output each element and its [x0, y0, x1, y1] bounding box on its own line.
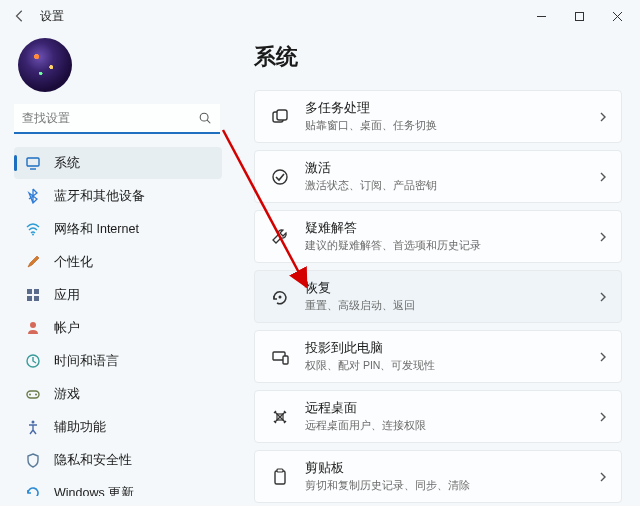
search-box[interactable] — [14, 104, 220, 134]
svg-rect-2 — [27, 158, 39, 166]
card-title: 剪贴板 — [305, 460, 597, 477]
svg-rect-20 — [277, 414, 283, 420]
clipboard-icon — [269, 466, 291, 488]
update-icon — [24, 484, 42, 496]
card-title: 激活 — [305, 160, 597, 177]
card-title: 多任务处理 — [305, 100, 597, 117]
svg-point-17 — [279, 295, 282, 298]
chevron-right-icon — [597, 411, 609, 423]
check-icon — [269, 166, 291, 188]
chevron-right-icon — [597, 231, 609, 243]
avatar[interactable] — [18, 38, 72, 92]
search-input[interactable] — [14, 104, 220, 134]
game-icon — [24, 385, 42, 403]
chevron-right-icon — [597, 471, 609, 483]
wifi-icon — [24, 220, 42, 238]
card-title: 疑难解答 — [305, 220, 597, 237]
svg-point-13 — [32, 421, 35, 424]
sidebar-item-gaming[interactable]: 游戏 — [14, 378, 222, 410]
settings-card-remote[interactable]: 远程桌面 远程桌面用户、连接权限 — [254, 390, 622, 443]
titlebar: 设置 — [0, 0, 640, 32]
card-desc: 贴靠窗口、桌面、任务切换 — [305, 119, 597, 133]
clock-icon — [24, 352, 42, 370]
svg-rect-10 — [27, 391, 39, 398]
settings-card-activation[interactable]: 激活 激活状态、订阅、产品密钥 — [254, 150, 622, 203]
chevron-right-icon — [597, 291, 609, 303]
sidebar-item-label: 蓝牙和其他设备 — [54, 188, 145, 205]
settings-card-troubleshoot[interactable]: 疑难解答 建议的疑难解答、首选项和历史记录 — [254, 210, 622, 263]
chevron-right-icon — [597, 171, 609, 183]
access-icon — [24, 418, 42, 436]
minimize-button[interactable] — [522, 2, 560, 30]
sidebar-item-update[interactable]: Windows 更新 — [14, 477, 222, 496]
svg-rect-5 — [34, 289, 39, 294]
svg-rect-19 — [283, 356, 288, 364]
sidebar-item-label: 隐私和安全性 — [54, 452, 132, 469]
svg-point-1 — [200, 113, 208, 121]
svg-point-16 — [273, 170, 287, 184]
settings-card-clipboard[interactable]: 剪贴板 剪切和复制历史记录、同步、清除 — [254, 450, 622, 503]
chevron-right-icon — [597, 111, 609, 123]
settings-card-recovery[interactable]: 恢复 重置、高级启动、返回 — [254, 270, 622, 323]
card-title: 恢复 — [305, 280, 597, 297]
card-desc: 重置、高级启动、返回 — [305, 299, 597, 313]
sidebar-item-label: 时间和语言 — [54, 353, 119, 370]
chevron-right-icon — [597, 351, 609, 363]
svg-point-8 — [30, 322, 36, 328]
card-title: 投影到此电脑 — [305, 340, 597, 357]
sidebar-item-timelang[interactable]: 时间和语言 — [14, 345, 222, 377]
close-button[interactable] — [598, 2, 636, 30]
card-desc: 建议的疑难解答、首选项和历史记录 — [305, 239, 597, 253]
svg-rect-22 — [277, 469, 283, 472]
sidebar-item-accounts[interactable]: 帐户 — [14, 312, 222, 344]
svg-rect-6 — [27, 296, 32, 301]
svg-rect-4 — [27, 289, 32, 294]
svg-rect-15 — [277, 110, 287, 120]
svg-point-11 — [29, 394, 31, 396]
card-title: 远程桌面 — [305, 400, 597, 417]
sidebar-item-privacy[interactable]: 隐私和安全性 — [14, 444, 222, 476]
sidebar-item-accessibility[interactable]: 辅助功能 — [14, 411, 222, 443]
remote-icon — [269, 406, 291, 428]
sidebar-item-label: 游戏 — [54, 386, 80, 403]
project-icon — [269, 346, 291, 368]
sidebar-item-label: 应用 — [54, 287, 80, 304]
apps-icon — [24, 286, 42, 304]
svg-point-3 — [32, 234, 34, 236]
window-title: 设置 — [40, 8, 64, 25]
sidebar: 系统 蓝牙和其他设备 网络和 Internet 个性化 应用 帐户 时间和语言 … — [0, 32, 232, 506]
card-desc: 权限、配对 PIN、可发现性 — [305, 359, 597, 373]
svg-rect-7 — [34, 296, 39, 301]
svg-point-12 — [35, 394, 37, 396]
svg-rect-21 — [275, 471, 285, 484]
sidebar-item-system[interactable]: 系统 — [14, 147, 222, 179]
system-icon — [24, 154, 42, 172]
back-button[interactable] — [10, 6, 30, 26]
search-icon — [198, 111, 212, 125]
sidebar-item-label: 网络和 Internet — [54, 221, 139, 238]
card-desc: 远程桌面用户、连接权限 — [305, 419, 597, 433]
settings-card-project[interactable]: 投影到此电脑 权限、配对 PIN、可发现性 — [254, 330, 622, 383]
sidebar-item-label: Windows 更新 — [54, 485, 134, 497]
sidebar-item-label: 帐户 — [54, 320, 80, 337]
sidebar-item-personalize[interactable]: 个性化 — [14, 246, 222, 278]
bluetooth-icon — [24, 187, 42, 205]
card-desc: 剪切和复制历史记录、同步、清除 — [305, 479, 597, 493]
sidebar-item-apps[interactable]: 应用 — [14, 279, 222, 311]
page-title: 系统 — [254, 42, 622, 72]
sidebar-item-label: 系统 — [54, 155, 80, 172]
settings-card-multitask[interactable]: 多任务处理 贴靠窗口、桌面、任务切换 — [254, 90, 622, 143]
card-desc: 激活状态、订阅、产品密钥 — [305, 179, 597, 193]
wrench-icon — [269, 226, 291, 248]
recovery-icon — [269, 286, 291, 308]
sidebar-item-label: 个性化 — [54, 254, 93, 271]
maximize-button[interactable] — [560, 2, 598, 30]
brush-icon — [24, 253, 42, 271]
multitask-icon — [269, 106, 291, 128]
shield-icon — [24, 451, 42, 469]
sidebar-item-network[interactable]: 网络和 Internet — [14, 213, 222, 245]
sidebar-item-bluetooth[interactable]: 蓝牙和其他设备 — [14, 180, 222, 212]
nav-list: 系统 蓝牙和其他设备 网络和 Internet 个性化 应用 帐户 时间和语言 … — [14, 146, 222, 496]
sidebar-item-label: 辅助功能 — [54, 419, 106, 436]
svg-rect-0 — [575, 12, 583, 20]
